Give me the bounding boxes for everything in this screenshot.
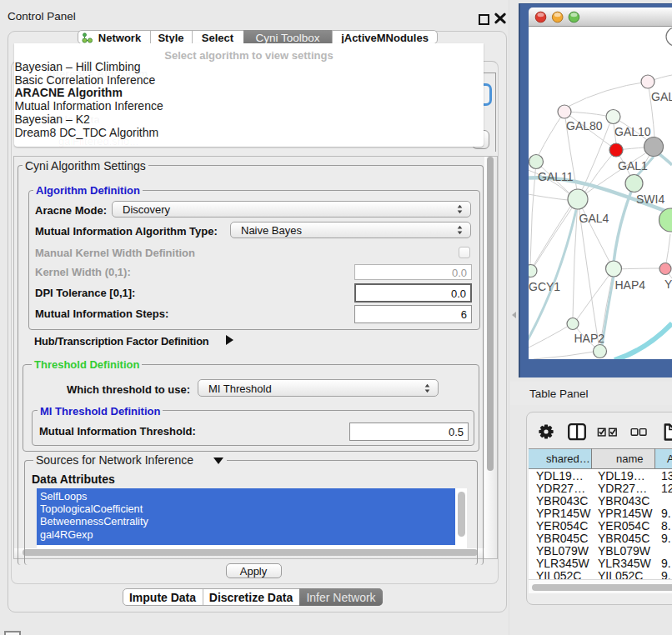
svg-text:Y: Y (664, 278, 672, 291)
svg-text:GAL4: GAL4 (579, 212, 609, 225)
svg-text:GAL1: GAL1 (618, 159, 648, 172)
svg-text:GAL2: GAL2 (651, 90, 672, 103)
svg-text:GAL10: GAL10 (614, 125, 651, 138)
svg-text:GCY1: GCY1 (529, 280, 560, 293)
svg-text:GAL11: GAL11 (538, 170, 574, 183)
svg-text:HAP4: HAP4 (615, 278, 646, 292)
svg-text:GAL80: GAL80 (566, 119, 603, 132)
svg-text:HAP2: HAP2 (574, 332, 605, 345)
svg-text:SWI4: SWI4 (636, 192, 664, 206)
